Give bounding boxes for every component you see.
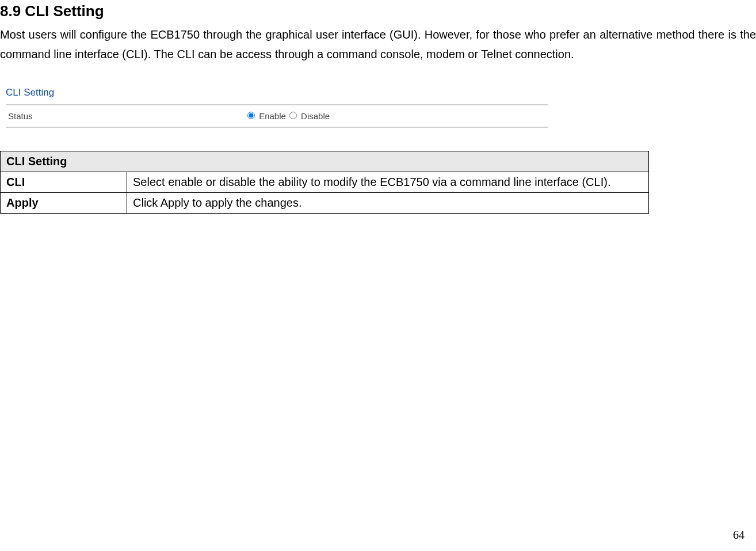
disable-text: Disable <box>301 111 330 121</box>
row-label: Apply <box>1 193 127 214</box>
page-number: 64 <box>733 529 744 542</box>
screenshot-status-row: Status Enable Disable <box>6 104 548 128</box>
row-label: CLI <box>1 172 127 193</box>
row-desc: Select enable or disable the ability to … <box>127 172 649 193</box>
screenshot-status-label: Status <box>6 111 247 121</box>
screenshot-title: CLI Setting <box>6 87 548 98</box>
intro-paragraph: Most users will configure the ECB1750 th… <box>0 25 756 64</box>
disable-radio-label[interactable]: Disable <box>289 111 330 121</box>
disable-radio[interactable] <box>289 112 297 119</box>
enable-radio-label[interactable]: Enable <box>247 111 286 121</box>
row-desc: Click Apply to apply the changes. <box>127 193 649 214</box>
table-row: CLI Select enable or disable the ability… <box>1 172 649 193</box>
cli-setting-table: CLI Setting CLI Select enable or disable… <box>0 151 649 214</box>
table-header: CLI Setting <box>1 151 649 172</box>
enable-radio[interactable] <box>247 112 255 119</box>
cli-setting-screenshot: CLI Setting Status Enable Disable <box>0 85 553 134</box>
section-heading: 8.9 CLI Setting <box>0 2 756 20</box>
enable-text: Enable <box>259 111 286 121</box>
table-row: Apply Click Apply to apply the changes. <box>1 193 649 214</box>
